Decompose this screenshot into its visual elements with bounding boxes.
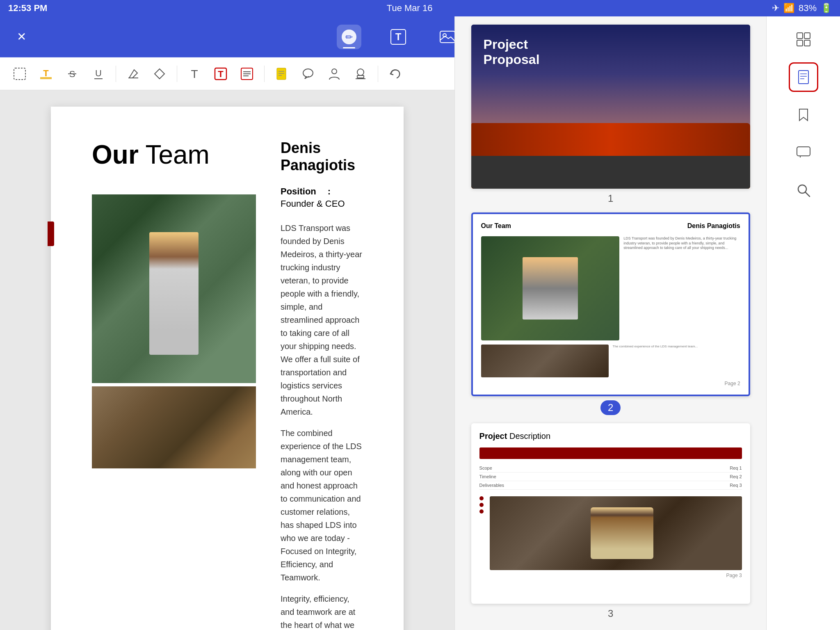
battery-level: 83% [799,3,817,14]
thumb3-red-bar [479,447,742,459]
eraser-button[interactable] [122,62,145,85]
page-right-column: Denis Panagiotis Position : Founder & CE… [281,139,363,630]
thumbnail-container-3: Project Description ScopeReq 1 TimelineR… [467,423,754,619]
svg-rect-37 [799,71,808,84]
right-panel: ProjectProposal 1 Our Team Denis Panagio… [454,16,840,630]
thumb2-photos: LDS Transport was founded by Denis Medei… [481,236,740,340]
page-bookmark-tab [48,221,54,246]
svg-text:T: T [191,68,198,80]
page-content: Our Team Denis Panagiotis Position : [92,139,363,630]
thumb1-title: ProjectProposal [484,37,540,67]
right-sidebar [766,16,840,630]
thumb2-content: Our Team Denis Panagiotis LDS Transport … [473,214,749,395]
svg-text:T: T [43,68,49,78]
thumb2-text-block: LDS Transport was founded by Denis Medei… [623,236,740,340]
svg-point-28 [303,69,313,77]
svg-rect-35 [797,40,803,46]
toolbar-divider-3 [264,66,265,82]
thumb3-pagenum: Page 3 [479,573,742,578]
svg-point-30 [357,69,364,75]
toolbar-divider-2 [177,66,177,82]
thumb1-image: ProjectProposal [471,25,750,189]
callout-button[interactable] [297,62,320,85]
thumb-number-3: 3 [608,608,613,619]
document-page: Our Team Denis Panagiotis Position : [51,107,404,630]
thumbnail-page-1[interactable]: ProjectProposal [471,25,750,189]
bio-paragraph-1: LDS Transport was founded by Denis Medei… [281,221,363,418]
thumb3-person-photo [490,496,742,570]
svg-rect-33 [797,33,803,39]
thumb3-bullets [479,496,486,514]
bio-paragraph-3: Integrity, efficiency, and teamwork are … [281,592,363,630]
thumb2-photo-1 [481,236,620,340]
thumb2-left-label: Our Team [481,222,511,230]
thumb3-bottom [479,496,742,570]
thumbnail-page-2[interactable]: Our Team Denis Panagiotis LDS Transport … [471,212,750,396]
toolbar-divider-4 [378,66,378,82]
status-right: ✈ 📶 83% 🔋 [772,3,832,14]
position-value: Founder & CEO [281,199,363,209]
thumb3-row-1: ScopeReq 1 [479,464,742,472]
main-document: Our Team Denis Panagiotis Position : [0,90,454,630]
header-left: ✕ [12,28,30,46]
svg-rect-41 [797,147,810,156]
shapes-button[interactable] [148,62,171,85]
select-tool-button[interactable] [8,62,31,85]
search-button[interactable] [789,176,818,205]
battery-icon: 🔋 [821,3,832,14]
svg-point-29 [332,69,337,74]
thumb3-content: Project Description ScopeReq 1 TimelineR… [471,423,750,604]
grid-view-button[interactable] [789,25,818,54]
annotation-toolbar: T S U T T [0,57,454,90]
thumbnail-container-2: Our Team Denis Panagiotis LDS Transport … [467,212,754,415]
thumb2-right-label: Denis Panagiotis [687,222,740,230]
status-date: Tue Mar 16 [387,3,433,14]
signature-button[interactable] [323,62,346,85]
thumbnail-container-1: ProjectProposal 1 [467,25,754,204]
thumb2-bottom-row: The combined experience of the LDS manag… [481,345,740,377]
text-highlight-button[interactable]: T [34,62,57,85]
page-left-column: Our Team [92,139,256,630]
thumbnails-area: ProjectProposal 1 Our Team Denis Panagio… [455,16,766,630]
person-photo-main [92,194,256,383]
position-label: Position : [281,186,363,197]
svg-point-42 [798,185,806,193]
svg-text:✏: ✏ [345,32,353,42]
stamp-button[interactable] [349,62,372,85]
thumb3-row-2: TimelineReq 2 [479,472,742,481]
close-button[interactable]: ✕ [12,28,30,46]
svg-rect-31 [357,75,364,78]
text-plain-button[interactable]: T [183,62,206,85]
bio-paragraph-2: The combined experience of the LDS manag… [281,427,363,584]
text-tool-button[interactable]: T [386,25,411,49]
thumb3-title: Project Description [479,431,742,441]
underline-button[interactable]: U [87,62,110,85]
comments-button[interactable] [789,138,818,167]
pencil-tool-button[interactable]: ✏ [337,25,361,49]
thumb3-row-3: DeliverablesReq 3 [479,481,742,490]
person-name: Denis Panagiotis [281,139,363,174]
status-bar: 12:53 PM Tue Mar 16 ✈ 📶 83% 🔋 [0,0,840,16]
status-time: 12:53 PM [8,3,47,14]
svg-text:U: U [95,68,102,78]
align-text-button[interactable] [235,62,258,85]
note-button[interactable] [270,62,293,85]
person-photo-small [92,386,256,468]
toolbar-divider [116,66,116,82]
bookmarks-button[interactable] [789,100,818,130]
airplane-icon: ✈ [772,3,779,14]
svg-text:T: T [218,69,224,79]
svg-rect-34 [804,33,810,39]
svg-rect-4 [440,31,455,43]
wifi-icon: 📶 [783,3,794,14]
thumb2-pagenum: Page 2 [481,381,740,386]
thumbnail-page-3[interactable]: Project Description ScopeReq 1 TimelineR… [471,423,750,604]
page-view-button[interactable] [789,62,818,92]
thumb3-rows: ScopeReq 1 TimelineReq 2 DeliverablesReq… [479,464,742,490]
strikethrough-button[interactable]: S [61,62,84,85]
svg-rect-9 [14,68,25,80]
thumb-number-1: 1 [608,193,613,204]
text-format-button[interactable]: T [209,62,232,85]
undo-button[interactable] [384,62,407,85]
svg-text:T: T [395,31,402,42]
